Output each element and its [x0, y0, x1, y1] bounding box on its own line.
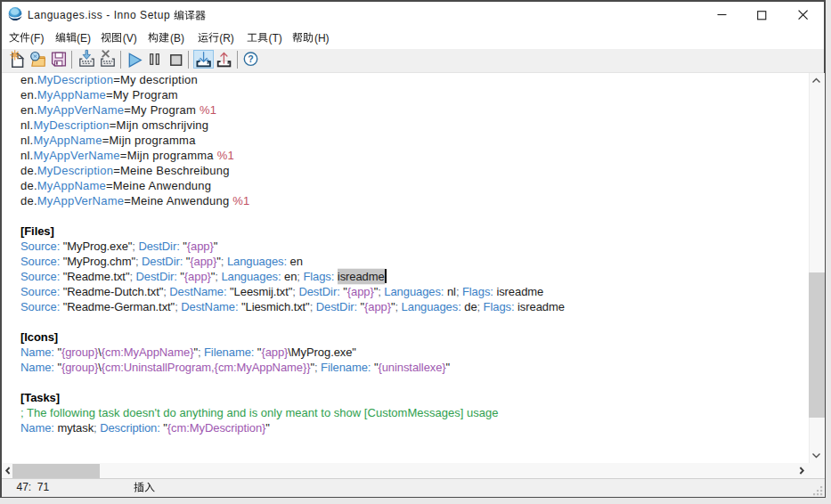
svg-text:?: ?	[248, 53, 253, 64]
